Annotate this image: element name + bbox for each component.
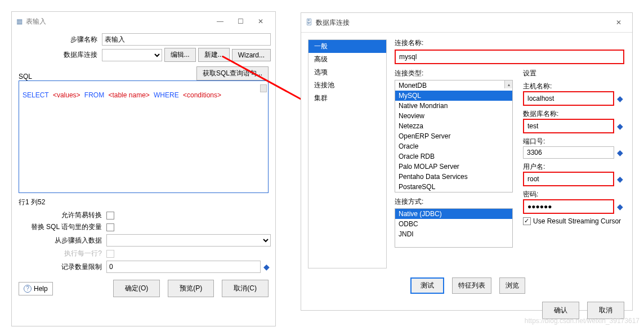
list-item[interactable]: ODBC: [395, 219, 512, 229]
table-input-dialog: ▦ 表输入 — ☐ ✕ 步骤名称 数据库连接 编辑... 新建... Wizar…: [11, 11, 276, 326]
help-icon: ?: [24, 285, 32, 293]
port-label: 端口号:: [523, 137, 624, 146]
category-list: 一般 高级 选项 连接池 集群: [308, 39, 387, 268]
variable-icon[interactable]: ◆: [615, 147, 624, 158]
connection-type-label: 连接类型:: [395, 69, 513, 78]
test-button[interactable]: 测试: [410, 277, 444, 294]
user-label: 用户名:: [523, 162, 624, 172]
db-connection-dialog: 🗄 数据库连接 ✕ 一般 高级 选项 连接池 集群 连接名称: 连接类型: Mo…: [301, 12, 633, 311]
step-name-input[interactable]: [102, 33, 271, 46]
connection-name-input[interactable]: [396, 51, 623, 63]
list-item[interactable]: PostareSQL: [395, 182, 512, 192]
from-step-select[interactable]: [106, 234, 271, 247]
scrollbar[interactable]: [260, 84, 267, 92]
new-button[interactable]: 新建...: [198, 48, 230, 62]
sidebar-item-advanced[interactable]: 高级: [308, 53, 386, 66]
variable-icon[interactable]: ◆: [615, 120, 624, 132]
allow-simple-checkbox[interactable]: [106, 212, 114, 220]
close-icon[interactable]: ✕: [610, 16, 628, 29]
from-step-label: 从步骤插入数据: [16, 236, 106, 245]
variable-icon[interactable]: ◆: [615, 173, 624, 185]
list-item[interactable]: Netezza: [395, 121, 512, 131]
table-input-icon: ▦: [16, 17, 23, 25]
titlebar: ▦ 表输入 — ☐ ✕: [12, 12, 275, 31]
list-item[interactable]: Palo MOLAP Server: [395, 162, 512, 172]
variable-icon[interactable]: ◆: [615, 93, 624, 104]
list-item[interactable]: Native (JDBC): [395, 209, 512, 219]
access-list[interactable]: Native (JDBC) ODBC JNDI: [395, 208, 513, 248]
features-button[interactable]: 特征列表: [452, 277, 491, 294]
scroll-up-icon[interactable]: ▴: [504, 80, 512, 88]
cancel-button[interactable]: 取消(C): [222, 280, 269, 297]
limit-input[interactable]: [106, 261, 261, 273]
settings-label: 设置: [523, 69, 624, 78]
connection-type-list[interactable]: MonetDB MySQL Native Mondrian Neoview Ne…: [395, 80, 513, 192]
list-item[interactable]: Neoview: [395, 111, 512, 121]
window-title: 数据库连接: [316, 18, 350, 28]
list-item[interactable]: Oracle RDB: [395, 151, 512, 162]
host-label: 主机名称:: [523, 82, 624, 91]
streaming-cursor-checkbox[interactable]: [523, 217, 531, 225]
variable-icon[interactable]: ◆: [615, 201, 624, 212]
port-input[interactable]: [523, 146, 614, 159]
preview-button[interactable]: 预览(P): [168, 280, 214, 297]
dbname-input[interactable]: [524, 120, 613, 132]
list-item[interactable]: MySQL: [395, 91, 512, 101]
list-item[interactable]: MonetDB: [395, 80, 512, 91]
variable-icon[interactable]: ◆: [262, 261, 271, 272]
step-name-label: 步骤名称: [16, 35, 102, 44]
list-item[interactable]: Native Mondrian: [395, 101, 512, 111]
dbname-label: 数据库名称:: [523, 109, 624, 119]
host-input[interactable]: [524, 92, 613, 105]
streaming-cursor-label: Use Result Streaming Cursor: [533, 217, 621, 225]
list-item[interactable]: Pentaho Data Services: [395, 172, 512, 182]
connection-name-label: 连接名称:: [395, 38, 624, 48]
replace-var-checkbox[interactable]: [106, 223, 114, 231]
password-label: 密码:: [523, 190, 624, 199]
sql-textarea[interactable]: SELECT <values> FROM <table name> WHERE …: [19, 80, 269, 193]
maximize-icon[interactable]: ☐: [230, 15, 251, 28]
password-input[interactable]: [524, 200, 613, 213]
db-connection-select[interactable]: [102, 49, 162, 61]
user-input[interactable]: [524, 173, 613, 185]
sidebar-item-pooling[interactable]: 连接池: [308, 79, 386, 92]
edit-button[interactable]: 编辑...: [164, 48, 196, 62]
database-icon: 🗄: [306, 19, 312, 26]
sidebar-item-options[interactable]: 选项: [308, 66, 386, 79]
list-item[interactable]: OpenERP Server: [395, 131, 512, 141]
sidebar-item-cluster[interactable]: 集群: [308, 92, 386, 105]
db-connection-label: 数据库连接: [16, 50, 102, 60]
get-sql-button[interactable]: 获取SQL查询语句...: [196, 66, 269, 80]
minimize-icon[interactable]: —: [210, 15, 230, 28]
browse-button[interactable]: 浏览: [499, 277, 525, 294]
exec-each-checkbox: [106, 250, 114, 258]
watermark-text: https://blog.csdn.net/weixin_39173617: [525, 317, 639, 325]
limit-label: 记录数量限制: [16, 262, 106, 272]
titlebar: 🗄 数据库连接 ✕: [301, 13, 632, 32]
list-item[interactable]: Oracle: [395, 141, 512, 151]
ok-button[interactable]: 确定(O): [113, 280, 160, 297]
cursor-status: 行1 列52: [19, 198, 269, 207]
exec-each-label: 执行每一行?: [16, 249, 106, 258]
sidebar-item-general[interactable]: 一般: [308, 40, 386, 53]
window-title: 表输入: [26, 17, 46, 26]
replace-var-label: 替换 SQL 语句里的变量: [16, 222, 106, 232]
list-item[interactable]: JNDI: [395, 229, 512, 239]
sql-label: SQL: [19, 73, 32, 80]
wizard-button[interactable]: Wizard...: [232, 49, 271, 61]
allow-simple-label: 允许简易转换: [16, 210, 106, 220]
access-label: 连接方式:: [395, 197, 513, 207]
help-button[interactable]: ?Help: [19, 282, 53, 295]
close-icon[interactable]: ✕: [251, 15, 271, 28]
